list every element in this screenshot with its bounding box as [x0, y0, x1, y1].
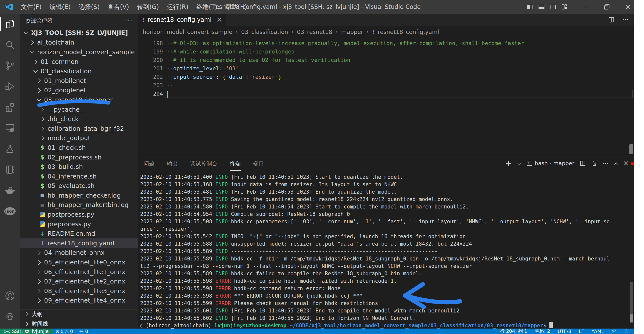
terminal-scrollbar[interactable]	[630, 282, 633, 323]
code-line-201[interactable]: 201··optimize_level:·'O3'	[138, 64, 634, 73]
eol-indicator[interactable]: LF	[575, 328, 588, 334]
toggle-secondary-sidebar-icon[interactable]	[547, 0, 558, 14]
tree-item-05_evaluate.sh[interactable]: $05_evaluate.sh	[20, 181, 138, 191]
explorer-more-actions-icon[interactable]: ···	[125, 17, 133, 25]
code-editor[interactable]: 198··#·O1-O3:·as·optimization·levels·inc…	[138, 38, 634, 155]
run-and-debug-icon[interactable]	[0, 76, 20, 97]
remote-explorer-icon[interactable]	[0, 118, 20, 138]
tree-item-readme.cn.md[interactable]: ↓README.cn.md	[20, 229, 138, 238]
line-col-indicator[interactable]: 行 204, 列 1	[496, 328, 531, 334]
tab-resnet18-config[interactable]: ! resnet18_config.yaml ×	[138, 14, 226, 26]
tree-item-01_mobilenet[interactable]: 01_mobilenet	[20, 76, 138, 86]
search-icon[interactable]	[0, 34, 20, 55]
problems-status[interactable]: ⊗ 0 ⚠ 0	[53, 328, 76, 334]
code-line-204[interactable]: 204	[138, 90, 634, 98]
tree-item-resnet18_config.yaml[interactable]: !resnet18_config.yaml	[20, 238, 138, 248]
editor-more-actions-icon[interactable]: ···	[622, 16, 628, 24]
tree-item-05_efficientnet_lite0_onnx[interactable]: 05_efficientnet_lite0_onnx	[20, 258, 138, 267]
tree-item-xj3_tool-ssh-sz_lvjunjie-[interactable]: XJ3_TOOL [SSH: SZ_LVJUNJIE]	[20, 28, 138, 38]
restore-button[interactable]	[601, 0, 612, 14]
editor-scrollbar-thumb[interactable]	[630, 144, 633, 154]
tree-item-04_inference.sh[interactable]: $04_inference.sh	[20, 172, 138, 181]
indentation-indicator[interactable]: 空格: 2	[531, 328, 554, 334]
docker-icon[interactable]	[0, 180, 20, 201]
extensions-icon[interactable]	[0, 97, 20, 118]
panel-tab-终端[interactable]: 终端	[230, 156, 241, 171]
split-terminal-icon[interactable]	[580, 160, 586, 167]
minimize-button[interactable]	[580, 0, 591, 14]
code-line-198[interactable]: 198··#·O1-O3:·as·optimization·levels·inc…	[138, 39, 634, 48]
timeline-section[interactable]: 时间线	[20, 319, 138, 328]
toggle-sidebar-icon[interactable]	[524, 0, 536, 14]
notebook-icon[interactable]	[0, 159, 20, 180]
new-terminal-icon[interactable]: +	[505, 159, 512, 168]
ports-status[interactable]: 0	[76, 328, 91, 334]
tree-item-03_classification[interactable]: 03_classification	[20, 66, 138, 76]
breadcrumb-item-3[interactable]: mapper	[341, 29, 363, 35]
code-line-203[interactable]: 203··	[138, 81, 634, 90]
tree-item-02_preprocess.sh[interactable]: $02_preprocess.sh	[20, 152, 138, 162]
tree-item-__pycache__[interactable]: __pycache__	[20, 105, 138, 114]
language-indicator[interactable]: YAML	[588, 328, 608, 334]
encoding-indicator[interactable]: UTF-8	[554, 328, 575, 334]
terminal-instance-chip[interactable]: bash - mapper	[526, 160, 574, 167]
tree-item-01_check.sh[interactable]: $01_check.sh	[20, 143, 138, 152]
close-button[interactable]	[622, 0, 634, 14]
explorer-icon[interactable]	[0, 14, 20, 34]
close-panel-icon[interactable]: ×	[623, 159, 629, 167]
tree-item-ai_toolchain[interactable]: ai_toolchain	[20, 38, 138, 48]
code-line-202[interactable]: 202··input_source·:·{·data·:·resizer·}	[138, 73, 634, 81]
tree-item-03_build.sh[interactable]: $03_build.sh	[20, 162, 138, 172]
menu-item-2[interactable]: 选择(S)	[74, 0, 104, 14]
breadcrumb-item-1[interactable]: 03_classification	[241, 29, 288, 35]
panel-tab-调试控制台[interactable]: 调试控制台	[190, 156, 218, 171]
panel-more-actions-icon[interactable]: ···	[603, 160, 609, 167]
breadcrumb-item-2[interactable]: 03_resnet18	[297, 29, 332, 35]
customize-layout-icon[interactable]	[558, 0, 570, 14]
tree-item-06_efficientnet_lite1_onnx[interactable]: 06_efficientnet_lite1_onnx	[20, 267, 138, 277]
tab-close-icon[interactable]: ×	[217, 16, 222, 23]
tree-item-hb_mapper_makertbin.log[interactable]: ≡hb_mapper_makertbin.log	[20, 200, 138, 210]
split-editor-icon[interactable]	[608, 16, 615, 23]
code-line-200[interactable]: 200··#·it·is·recommended·to·use·O2·for·f…	[138, 56, 634, 64]
terminal-dropdown-icon[interactable]	[517, 161, 521, 166]
tree-item-07_efficientnet_lite2_onnx[interactable]: 07_efficientnet_lite2_onnx	[20, 276, 138, 286]
terminal-output[interactable]: 2023-02-10 11:40:51,400 INFO [Fri Feb 10…	[138, 172, 634, 328]
breadcrumb-item-0[interactable]: horizon_model_convert_sample	[142, 29, 232, 35]
notifications-bell-icon[interactable]	[620, 329, 632, 334]
tree-item-horizon_model_convert_sample[interactable]: horizon_model_convert_sample	[20, 47, 138, 57]
account-icon[interactable]	[0, 286, 20, 306]
code-line-199[interactable]: 199··#·while·compilation·will·be·prolong…	[138, 48, 634, 56]
panel-tab-端口[interactable]: 端口	[253, 156, 264, 171]
breadcrumb-item-4[interactable]: resnet18_config.yaml	[378, 29, 439, 35]
menu-item-1[interactable]: 编辑(E)	[46, 0, 74, 14]
tree-item-09_efficientnet_lite4_onnx[interactable]: 09_efficientnet_lite4_onnx	[20, 296, 138, 306]
tree-item-01_common[interactable]: 01_common	[20, 57, 138, 66]
maximize-panel-icon[interactable]	[614, 161, 618, 166]
toggle-panel-icon[interactable]	[536, 0, 547, 14]
panel-tab-问题[interactable]: 问题	[144, 156, 154, 171]
menu-item-3[interactable]: 查看(V)	[104, 0, 133, 14]
outline-section[interactable]: 大纲	[20, 309, 138, 319]
panel-tab-输出[interactable]: 输出	[167, 156, 178, 171]
tree-item-02_googlenet[interactable]: 02_googlenet	[20, 86, 138, 95]
menu-item-5[interactable]: 运行(R)	[163, 0, 192, 14]
tree-item-04_mobilenet_onnx[interactable]: 04_mobilenet_onnx	[20, 248, 138, 258]
remote-indicator[interactable]: >< SSH: sz_lvjunjie	[0, 328, 53, 334]
tree-item-.hb_check[interactable]: .hb_check	[20, 114, 138, 124]
menu-item-4[interactable]: 转到(G)	[133, 0, 163, 14]
tree-item-hb_mapper_checker.log[interactable]: ≡hb_mapper_checker.log	[20, 191, 138, 200]
feedback-icon[interactable]	[608, 329, 620, 334]
tree-item-model_output[interactable]: model_output	[20, 134, 138, 143]
tree-item-calibration_data_bgr_f32[interactable]: calibration_data_bgr_f32	[20, 124, 138, 134]
source-control-icon[interactable]	[0, 55, 20, 76]
json-extension-icon[interactable]: Json	[0, 201, 20, 222]
tree-item-postprocess.py[interactable]: postprocess.py	[20, 210, 138, 219]
menu-item-0[interactable]: 文件(F)	[17, 0, 46, 14]
tree-item-03_resnet18-mapper[interactable]: 03_resnet18 / mapper	[20, 95, 138, 105]
kill-terminal-trash-icon[interactable]	[591, 160, 598, 167]
tree-item-08_efficientnet_lite3_onnx[interactable]: 08_efficientnet_lite3_onnx	[20, 286, 138, 296]
settings-gear-icon[interactable]	[0, 306, 20, 327]
testing-icon[interactable]	[0, 138, 20, 159]
tree-item-preprocess.py[interactable]: preprocess.py	[20, 219, 138, 229]
